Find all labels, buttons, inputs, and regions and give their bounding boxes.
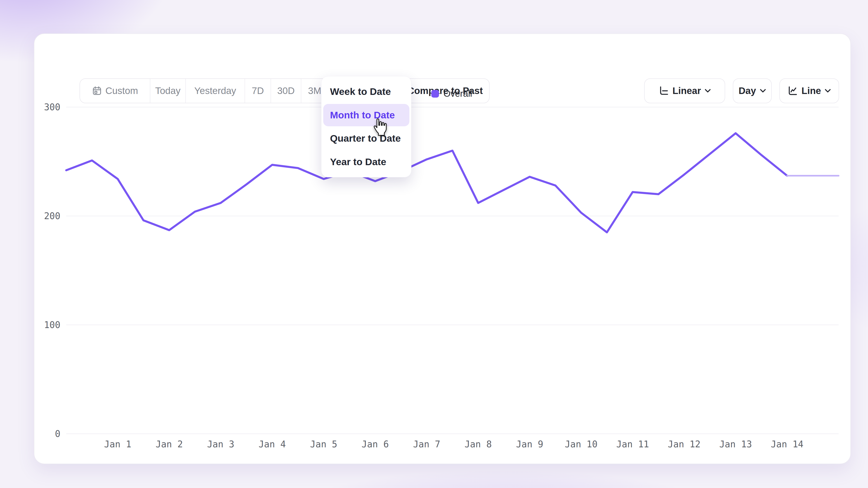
menu-item-quarter-to-date[interactable]: Quarter to Date: [323, 127, 409, 150]
chart-legend: Overall: [431, 89, 472, 99]
menu-item-week-to-date[interactable]: Week to Date: [323, 80, 409, 103]
line-chart-icon: [787, 86, 798, 96]
chevron-down-icon: [825, 89, 831, 93]
chevron-down-icon: [705, 89, 711, 93]
chevron-down-icon: [760, 89, 766, 93]
legend-label-overall: Overall: [443, 89, 472, 99]
preset-label: 30D: [277, 86, 294, 96]
preset-label: 3M: [308, 86, 321, 96]
preset-yesterday-button[interactable]: Yesterday: [186, 79, 245, 103]
menu-item-label: Week to Date: [330, 86, 391, 97]
menu-item-label: Year to Date: [330, 156, 386, 167]
granularity-selector-button[interactable]: Day: [733, 78, 772, 103]
menu-item-year-to-date[interactable]: Year to Date: [323, 151, 409, 173]
preset-today-button[interactable]: Today: [150, 79, 186, 103]
preset-label: Yesterday: [194, 86, 236, 96]
scale-selector-label: Linear: [673, 86, 701, 96]
menu-item-label: Quarter to Date: [330, 133, 401, 144]
menu-item-month-to-date[interactable]: Month to Date: [323, 104, 409, 127]
linear-scale-icon: [658, 86, 669, 96]
granularity-selector-label: Day: [739, 86, 756, 96]
legend-swatch-overall: [431, 90, 439, 98]
preset-custom-button[interactable]: Custom: [80, 79, 150, 103]
preset-label: 7D: [252, 86, 264, 96]
chart-type-selector-label: Line: [802, 86, 821, 96]
scale-selector-button[interactable]: Linear: [644, 78, 725, 103]
preset-30d-button[interactable]: 30D: [271, 79, 301, 103]
calendar-icon: [92, 86, 102, 96]
preset-7d-button[interactable]: 7D: [245, 79, 271, 103]
preset-label: Today: [155, 86, 180, 96]
preset-label: Custom: [105, 86, 138, 96]
xtd-period-dropdown-menu: Week to Date Month to Date Quarter to Da…: [321, 76, 411, 177]
mouse-cursor-hand-icon: [372, 117, 388, 138]
chart-type-selector-button[interactable]: Line: [779, 78, 839, 103]
